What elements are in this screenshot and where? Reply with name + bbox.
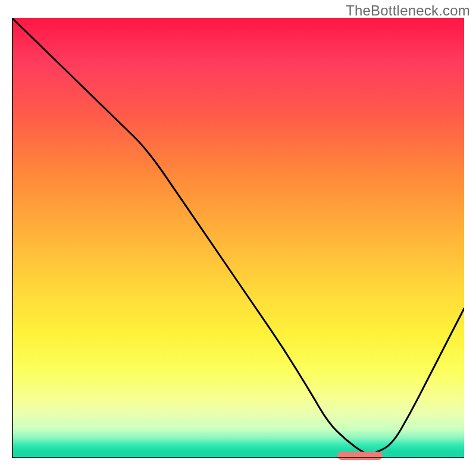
optimal-range-marker bbox=[337, 452, 383, 460]
watermark-text: TheBottleneck.com bbox=[346, 2, 470, 19]
plot-area bbox=[12, 18, 464, 458]
bottleneck-curve bbox=[12, 18, 464, 458]
chart-container: TheBottleneck.com bbox=[0, 0, 476, 476]
